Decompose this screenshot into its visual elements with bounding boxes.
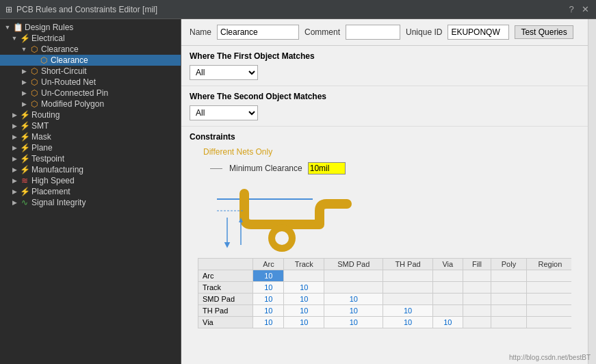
expander-mask[interactable]: ▶ <box>10 133 19 140</box>
tree-item-testpoint[interactable]: ▶ ⚡ Testpoint <box>0 153 181 164</box>
cell-th pad-thpad: 10 <box>383 305 433 317</box>
cell-track-poly <box>491 282 526 294</box>
constraints-table-wrapper: Arc Track SMD Pad TH Pad Via Fill Poly R… <box>198 258 571 328</box>
cell-track-region <box>526 282 571 294</box>
cell-th pad-poly <box>491 305 526 317</box>
col-header-th-pad: TH Pad <box>383 259 433 270</box>
smt-icon: ⚡ <box>19 121 30 131</box>
clearance-group-icon: ⬡ <box>29 44 40 54</box>
comment-label: Comment <box>305 27 340 37</box>
different-nets-only: Different Nets Only <box>203 147 580 157</box>
table-row: Arc10 <box>198 270 572 282</box>
col-header-region: Region <box>526 259 571 270</box>
expander-signal-integrity[interactable]: ▶ <box>10 199 19 206</box>
tree-item-clearance-group[interactable]: ▼ ⬡ Clearance <box>0 44 181 55</box>
expander-modified-polygon[interactable]: ▶ <box>19 101 29 107</box>
tree-item-un-routed-net[interactable]: ▶ ⬡ Un-Routed Net <box>0 77 181 88</box>
tree-item-clearance[interactable]: ⬡ Clearance <box>0 55 181 66</box>
min-clearance-label: Minimum Clearance <box>229 164 302 173</box>
cell-th pad-smdpad: 10 <box>324 305 383 317</box>
tree-label-un-connected-pin: Un-Connected Pin <box>41 88 108 98</box>
row-label-th-pad: TH Pad <box>198 305 253 317</box>
row-label-smd-pad: SMD Pad <box>198 294 253 305</box>
tree-item-un-connected-pin[interactable]: ▶ ⬡ Un-Connected Pin <box>0 88 181 99</box>
close-button[interactable]: ✕ <box>580 4 591 15</box>
tree-label-electrical: Electrical <box>31 34 65 43</box>
tree-item-modified-polygon[interactable]: ▶ ⬡ Modified Polygon <box>0 99 181 109</box>
tree-item-smt[interactable]: ▶ ⚡ SMT <box>0 120 181 131</box>
main-container: ▼ 📋 Design Rules ▼ ⚡ Electrical ▼ ⬡ Clea… <box>0 19 596 364</box>
tree-item-mask[interactable]: ▶ ⚡ Mask <box>0 131 181 142</box>
mask-icon: ⚡ <box>19 132 30 142</box>
tree-label-design-rules: Design Rules <box>25 23 73 32</box>
min-clearance-row: Minimum Clearance <box>210 162 580 174</box>
tree-item-electrical[interactable]: ▼ ⚡ Electrical <box>0 33 181 44</box>
cell-smd pad-arc: 10 <box>253 294 284 305</box>
expander-smt[interactable]: ▶ <box>10 122 19 129</box>
comment-input[interactable] <box>346 25 400 40</box>
cell-via-arc: 10 <box>253 317 284 328</box>
second-match-dropdown[interactable]: All <box>190 105 258 120</box>
cell-arc-smdpad <box>324 270 383 282</box>
placement-icon: ⚡ <box>19 187 30 196</box>
col-header-smd-pad: SMD Pad <box>324 259 383 270</box>
tree-label-clearance-group: Clearance <box>41 44 79 54</box>
manufacturing-icon: ⚡ <box>19 165 30 174</box>
expander-placement[interactable]: ▶ <box>10 188 19 195</box>
second-match-section: Where The Second Object Matches All <box>181 86 588 127</box>
table-row: Track1010 <box>198 282 572 294</box>
expander-un-routed-net[interactable]: ▶ <box>19 79 29 86</box>
content-panel: Name Comment Unique ID Test Queries Wher… <box>181 19 588 364</box>
tree-item-signal-integrity[interactable]: ▶ ∿ Signal Integrity <box>0 197 181 208</box>
tree-label-plane: Plane <box>31 143 53 153</box>
cell-th pad-region <box>526 305 571 317</box>
col-header-track: Track <box>284 259 324 270</box>
testpoint-icon: ⚡ <box>19 154 30 164</box>
cell-smd pad-poly <box>491 294 526 305</box>
cell-track-thpad <box>383 282 433 294</box>
watermark-text: http://blog.csdn.net/bestBT <box>509 354 588 361</box>
expander-electrical[interactable]: ▼ <box>10 35 19 42</box>
tree-item-placement[interactable]: ▶ ⚡ Placement <box>0 186 181 197</box>
expander-design-rules[interactable]: ▼ <box>3 24 12 31</box>
cell-via-track: 10 <box>284 317 324 328</box>
clearance-connector-line <box>210 168 222 169</box>
cell-th pad-arc: 10 <box>253 305 284 317</box>
col-header-arc: Arc <box>253 259 284 270</box>
scrollbar[interactable] <box>588 19 596 364</box>
name-input[interactable] <box>217 25 299 40</box>
tree-item-design-rules[interactable]: ▼ 📋 Design Rules <box>0 22 181 33</box>
expander-manufacturing[interactable]: ▶ <box>10 166 19 173</box>
cell-via-fill <box>463 317 491 328</box>
title-bar-controls: ? ✕ <box>566 4 591 15</box>
expander-testpoint[interactable]: ▶ <box>10 155 19 162</box>
expander-clearance-group[interactable]: ▼ <box>19 46 29 53</box>
cell-track-via <box>432 282 463 294</box>
svg-point-3 <box>275 231 289 245</box>
expander-routing[interactable]: ▶ <box>10 112 19 118</box>
tree-label-mask: Mask <box>31 132 51 142</box>
app-icon: ⊞ <box>5 5 12 14</box>
min-clearance-input[interactable] <box>308 162 346 174</box>
expander-short-circuit[interactable]: ▶ <box>19 68 29 75</box>
tree-item-routing[interactable]: ▶ ⚡ Routing <box>0 109 181 120</box>
test-queries-button[interactable]: Test Queries <box>515 25 573 39</box>
expander-plane[interactable]: ▶ <box>10 144 19 151</box>
cell-th pad-via <box>432 305 463 317</box>
cell-smd pad-track: 10 <box>284 294 324 305</box>
cell-smd pad-smdpad: 10 <box>324 294 383 305</box>
tree-item-high-speed[interactable]: ▶ ≋ High Speed <box>0 175 181 186</box>
expander-high-speed[interactable]: ▶ <box>10 177 19 184</box>
tree-item-short-circuit[interactable]: ▶ ⬡ Short-Circuit <box>0 66 181 77</box>
cell-arc-fill <box>463 270 491 282</box>
tree-item-plane[interactable]: ▶ ⚡ Plane <box>0 142 181 153</box>
cell-via-smdpad: 10 <box>324 317 383 328</box>
expander-un-connected-pin[interactable]: ▶ <box>19 90 29 96</box>
first-match-dropdown[interactable]: All <box>190 65 258 80</box>
tree-item-manufacturing[interactable]: ▶ ⚡ Manufacturing <box>0 164 181 175</box>
tree-label-routing: Routing <box>31 110 60 120</box>
help-button[interactable]: ? <box>566 4 577 15</box>
unique-id-input[interactable] <box>448 25 509 40</box>
title-bar-text: PCB Rules and Constraints Editor [mil] <box>16 5 566 14</box>
constraints-title: Constraints <box>190 132 580 142</box>
